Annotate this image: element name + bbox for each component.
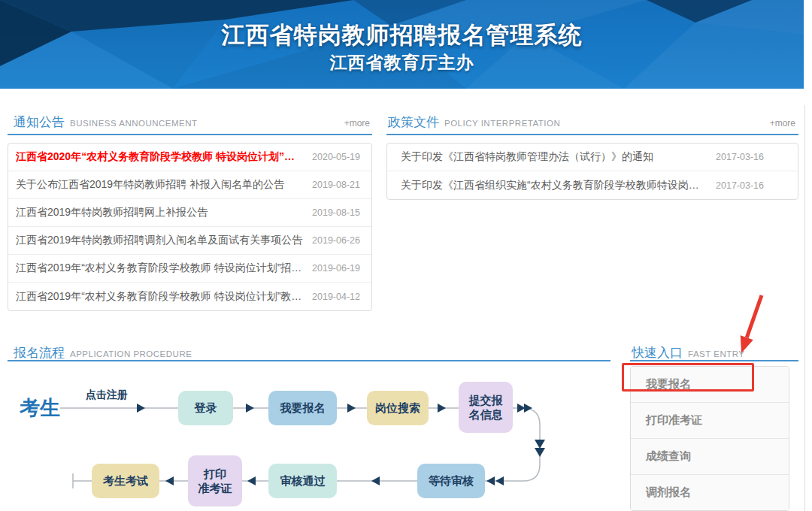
- fast-entry-header: 快速入口 FAST ENTRY: [632, 344, 795, 361]
- procedure-underline: [8, 360, 611, 361]
- flow-step-wait-review: 等待审核: [417, 464, 485, 498]
- announcement-date: 2019-04-12: [312, 292, 360, 302]
- flow-step-apply: 我要报名: [268, 391, 337, 425]
- policy-title: 关于印发《江西省组织实施“农村义务教育阶段学校教师特设岗位计划”...: [401, 179, 707, 192]
- announcement-item[interactable]: 江西省2019年特岗教师招聘调剂入闱名单及面试有关事项公告 2019-06-26: [8, 227, 371, 255]
- announcements-underline: [8, 134, 372, 135]
- fast-entry-title-en: FAST ENTRY: [688, 349, 745, 358]
- announcement-item[interactable]: 江西省2019年“农村义务教育阶段学校教师 特设岗位计划”招聘第一批... 20…: [8, 255, 371, 283]
- announcements-more-link[interactable]: +more: [344, 118, 370, 129]
- announcement-date: 2019-06-19: [312, 263, 360, 274]
- announcement-item[interactable]: 江西省2020年“农村义务教育阶段学校教师 特设岗位计划”教师招聘公告 2020…: [8, 144, 371, 171]
- policy-item[interactable]: 关于印发《江西省特岗教师管理办法（试行）》的通知 2017-03-16: [387, 144, 798, 171]
- announcements-title: 通知公告: [14, 113, 65, 131]
- announcements-list: 江西省2020年“农村义务教育阶段学校教师 特设岗位计划”教师招聘公告 2020…: [8, 143, 372, 311]
- flow-step-job-search: 岗位搜索: [367, 391, 429, 425]
- flow-step-approved: 审核通过: [268, 464, 337, 498]
- policy-title: 关于印发《江西省特岗教师管理办法（试行）》的通知: [401, 150, 707, 164]
- announcement-date: 2020-05-19: [312, 152, 360, 162]
- procedure-title-en: APPLICATION PROCEDURE: [70, 349, 192, 358]
- fast-entry-item-score-query[interactable]: 成绩查询: [631, 439, 789, 475]
- announcements-title-en: BUSINESS ANNOUNCEMENT: [70, 119, 198, 128]
- fast-entry-title: 快速入口: [632, 344, 683, 361]
- policy-date: 2017-03-16: [716, 180, 764, 191]
- announcement-item[interactable]: 关于公布江西省2019年特岗教师招聘 补报入闱名单的公告 2019-08-21: [8, 171, 371, 199]
- announcement-title: 江西省2019年“农村义务教育阶段学校教师 特设岗位计划”教师招聘公告: [16, 290, 303, 304]
- flow-step-login: 登录: [178, 391, 233, 425]
- announcement-date: 2019-06-26: [312, 235, 360, 246]
- announcement-title: 江西省2019年特岗教师招聘调剂入闱名单及面试有关事项公告: [16, 234, 303, 247]
- header-banner: 江西省特岗教师招聘报名管理系统 江西省教育厅主办: [0, 0, 804, 89]
- procedure-header: 报名流程 APPLICATION PROCEDURE: [14, 344, 607, 361]
- site-subtitle: 江西省教育厅主办: [0, 51, 804, 74]
- page-right-border: [804, 105, 805, 511]
- policy-date: 2017-03-16: [716, 152, 764, 162]
- announcement-title: 江西省2020年“农村义务教育阶段学校教师 特设岗位计划”教师招聘公告: [16, 150, 303, 164]
- policies-title-en: POLICY INTERPRETATION: [444, 119, 560, 128]
- announcement-title: 关于公布江西省2019年特岗教师招聘 补报入闱名单的公告: [16, 178, 303, 192]
- procedure-title: 报名流程: [14, 344, 65, 361]
- policies-header: 政策文件 POLICY INTERPRETATION +more: [388, 113, 795, 131]
- policies-more-link[interactable]: +more: [770, 118, 795, 129]
- fast-entry-item-print-ticket[interactable]: 打印准考证: [631, 403, 789, 439]
- announcement-item[interactable]: 江西省2019年“农村义务教育阶段学校教师 特设岗位计划”教师招聘公告 2019…: [8, 283, 371, 310]
- flow-step-submit-info: 提交报 名信息: [459, 382, 513, 433]
- policies-list: 关于印发《江西省特岗教师管理办法（试行）》的通知 2017-03-16 关于印发…: [386, 143, 798, 200]
- policies-title: 政策文件: [388, 113, 439, 131]
- flow-register-label: 点击注册: [86, 389, 128, 402]
- policy-item[interactable]: 关于印发《江西省组织实施“农村义务教育阶段学校教师特设岗位计划”... 2017…: [387, 171, 798, 199]
- fast-entry-item-apply[interactable]: 我要报名: [631, 367, 789, 403]
- announcements-header: 通知公告 BUSINESS ANNOUNCEMENT +more: [14, 113, 370, 131]
- fast-entry-item-adjustment[interactable]: 调剂报名: [631, 475, 789, 511]
- site-title: 江西省特岗教师招聘报名管理系统: [0, 20, 804, 51]
- fast-entry-underline: [630, 360, 798, 361]
- fast-entry-list: 我要报名 打印准考证 成绩查询 调剂报名 补报报名: [630, 366, 789, 511]
- announcement-item[interactable]: 江西省2019年特岗教师招聘网上补报公告 2019-08-15: [8, 199, 371, 227]
- flow-step-print-ticket: 打印 准考证: [188, 455, 242, 506]
- announcement-date: 2019-08-21: [312, 180, 360, 190]
- announcement-date: 2019-08-15: [312, 207, 360, 218]
- flow-step-exam: 考生考试: [92, 464, 159, 498]
- announcement-title: 江西省2019年“农村义务教育阶段学校教师 特设岗位计划”招聘第一批...: [16, 262, 303, 275]
- policies-underline: [386, 134, 798, 135]
- flow-actor-label: 考生: [20, 395, 60, 422]
- announcement-title: 江西省2019年特岗教师招聘网上补报公告: [16, 206, 303, 219]
